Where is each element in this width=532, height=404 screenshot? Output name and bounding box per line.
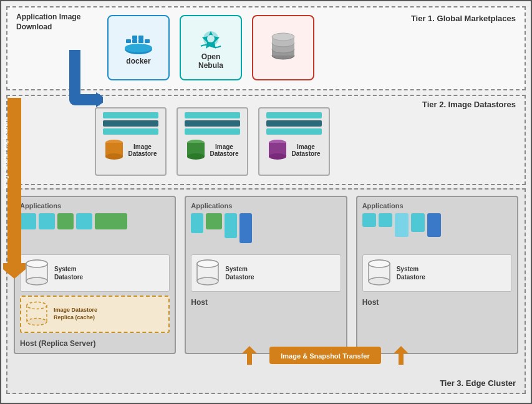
image-cluster-replication-label: Image Cluster Replication <box>2 120 19 189</box>
host-2-box: Applications System <box>185 196 347 354</box>
ds3-bar3 <box>266 128 322 135</box>
ds2-bar3 <box>185 128 240 135</box>
tier2-label: Tier 2. Image Datastores <box>422 100 516 109</box>
svg-point-9 <box>207 35 215 42</box>
ds3-label: ImageDatastore <box>291 143 320 157</box>
docker-icon <box>122 31 155 57</box>
svg-rect-2 <box>132 39 137 43</box>
ds1-cylinder-icon <box>104 139 124 160</box>
transfer-arrow-up-left <box>242 346 257 365</box>
host2-apps-label: Applications <box>191 202 341 209</box>
host1-replica-label: Image DatastoreReplica (cache) <box>54 307 97 321</box>
ds1-bar1 <box>103 112 158 118</box>
ds2-label: ImageDatastore <box>210 143 238 157</box>
svg-point-50 <box>369 260 390 267</box>
ds3-bar2 <box>266 120 322 127</box>
app-icon <box>411 213 425 232</box>
app-icon <box>395 213 409 237</box>
svg-rect-53 <box>399 352 404 365</box>
svg-point-26 <box>269 153 286 160</box>
app-icon <box>239 213 252 243</box>
app-icon <box>362 213 376 227</box>
app-icon <box>427 213 441 237</box>
ds2-cylinder-icon <box>186 139 206 160</box>
tier1-sublabel: Application ImageDownload <box>16 12 80 32</box>
app-icon <box>225 213 237 238</box>
ds1-label: ImageDatastore <box>128 143 157 157</box>
ds3-cylinder-icon <box>268 139 288 160</box>
transfer-arrow-up-right <box>394 346 409 365</box>
sys-ds2-cylinder-icon <box>195 259 220 287</box>
tier1-label: Tier 1. Global Marketplaces <box>411 14 516 23</box>
nebula-label: OpenNebula <box>198 52 223 70</box>
host-1-box: Applications Sys <box>14 196 176 354</box>
svg-point-32 <box>26 260 47 267</box>
app-icon <box>57 213 74 229</box>
ds2-bar2 <box>185 120 240 127</box>
blue-download-arrow <box>69 50 103 124</box>
svg-point-49 <box>369 277 390 285</box>
app-icon <box>206 213 222 229</box>
app-icon <box>379 213 392 227</box>
host1-apps-label: Applications <box>20 202 170 209</box>
host3-apps-label: Applications <box>362 202 512 209</box>
host2-app-grid <box>191 213 341 251</box>
tier3-container: Tier 3. Edge Cluster Applications <box>6 188 526 394</box>
tier3-label: Tier 3. Edge Cluster <box>440 378 516 388</box>
marketplace-boxes: docker OpenNebula <box>107 15 314 80</box>
sys-ds-cylinder-icon <box>24 259 49 287</box>
svg-point-7 <box>125 44 152 52</box>
datastore-3: ImageDatastore <box>258 107 330 176</box>
main-diagram: Tier 1. Global Marketplaces Application … <box>0 0 532 404</box>
sys-ds3-cylinder-icon <box>367 259 392 287</box>
stack-marketplace <box>252 15 314 80</box>
svg-point-44 <box>197 260 218 267</box>
datastore-1: ImageDatastore <box>95 107 167 176</box>
svg-marker-54 <box>394 346 409 354</box>
transfer-label: Image & Snapshot Transfer <box>281 352 369 360</box>
ds3-bar1 <box>266 112 322 118</box>
svg-marker-28 <box>3 263 26 279</box>
svg-point-43 <box>197 277 218 285</box>
datastore-2: ImageDatastore <box>177 107 248 176</box>
svg-rect-5 <box>145 39 150 43</box>
svg-point-23 <box>187 153 205 160</box>
host3-bottom-label: Host <box>362 298 512 307</box>
app-icon <box>76 213 92 229</box>
host3-sys-ds: SystemDatastore <box>362 254 512 292</box>
app-icon <box>39 213 55 229</box>
host2-bottom-label: Host <box>191 298 341 307</box>
svg-point-37 <box>27 319 47 325</box>
svg-rect-0 <box>126 39 131 43</box>
svg-rect-51 <box>247 352 252 365</box>
host1-replica-box: Image DatastoreReplica (cache) <box>20 296 170 333</box>
ds2-bar1 <box>185 112 240 118</box>
replica-cylinder-icon <box>25 301 49 328</box>
host-3-box: Applications <box>356 196 518 354</box>
datastore-boxes: ImageDatastore ImageDatastore <box>95 107 330 176</box>
docker-marketplace: docker <box>107 15 170 80</box>
host3-app-grid <box>362 213 512 251</box>
svg-point-20 <box>105 153 123 160</box>
host1-sys-ds-label: SystemDatastore <box>54 265 83 281</box>
app-icon <box>95 213 127 229</box>
svg-rect-1 <box>132 36 137 39</box>
opennebula-icon <box>195 26 227 52</box>
host1-app-grid <box>20 213 170 251</box>
svg-point-38 <box>27 302 47 309</box>
ds1-bar3 <box>103 128 158 135</box>
host3-sys-ds-label: SystemDatastore <box>397 265 425 281</box>
host1-sys-ds: SystemDatastore <box>20 254 170 292</box>
snapshot-transfer-area: Image & Snapshot Transfer <box>138 346 512 365</box>
svg-point-16 <box>272 33 294 41</box>
host-boxes-container: Applications Sys <box>14 196 518 354</box>
docker-label: docker <box>126 57 150 65</box>
app-icon <box>191 213 203 233</box>
opennebula-marketplace: OpenNebula <box>180 15 242 80</box>
svg-marker-52 <box>242 346 257 354</box>
svg-point-31 <box>26 277 47 285</box>
host2-sys-ds-label: SystemDatastore <box>225 265 254 281</box>
stack-icon <box>267 32 299 64</box>
host2-sys-ds: SystemDatastore <box>191 254 341 292</box>
ds1-bar2 <box>103 120 158 127</box>
